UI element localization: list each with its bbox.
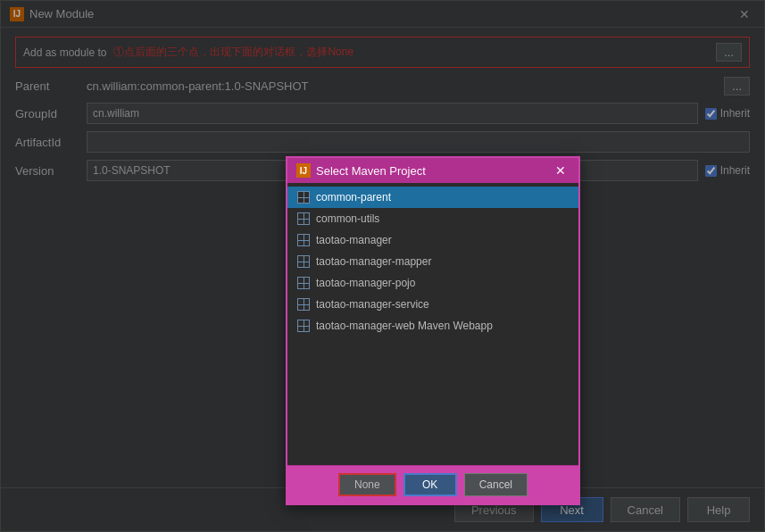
maven-dialog: IJ Select Maven Project ✕ — [286, 156, 580, 505]
maven-item-common-utils[interactable]: common-utils — [287, 208, 578, 229]
module-icon-3 — [296, 254, 311, 269]
maven-item-common-parent[interactable]: common-parent — [287, 187, 578, 208]
maven-close-button[interactable]: ✕ — [552, 164, 570, 177]
maven-title-left: IJ Select Maven Project — [296, 163, 426, 178]
maven-item-label-2: taotao-manager — [316, 234, 392, 246]
maven-item-label-5: taotao-manager-service — [316, 298, 429, 311]
maven-dialog-overlay: IJ Select Maven Project ✕ — [0, 0, 765, 532]
module-icon-0 — [296, 190, 311, 204]
maven-dialog-title: Select Maven Project — [316, 164, 426, 178]
maven-item-label-6: taotao-manager-web Maven Webapp — [316, 320, 493, 332]
module-icon-1 — [296, 212, 311, 226]
maven-dialog-footer: None OK Cancel — [287, 465, 578, 503]
maven-item-label-4: taotao-manager-pojo — [316, 277, 415, 289]
maven-item-label-1: common-utils — [316, 212, 379, 225]
maven-cancel-button[interactable]: Cancel — [464, 473, 528, 496]
maven-project-list: common-parent common-utils — [287, 183, 578, 465]
maven-item-taotao-service[interactable]: taotao-manager-service — [287, 294, 578, 315]
maven-item-taotao-pojo[interactable]: taotao-manager-pojo — [287, 272, 578, 294]
maven-item-taotao-manager[interactable]: taotao-manager — [287, 229, 578, 251]
maven-none-button[interactable]: None — [338, 473, 396, 496]
maven-title-bar: IJ Select Maven Project ✕ — [287, 158, 578, 183]
maven-ok-button[interactable]: OK — [403, 473, 457, 496]
module-icon-4 — [296, 276, 311, 290]
maven-item-taotao-web[interactable]: taotao-manager-web Maven Webapp — [287, 315, 578, 337]
module-icon-6 — [296, 319, 311, 333]
maven-list-empty-space — [287, 337, 578, 461]
module-icon-5 — [296, 297, 311, 312]
maven-item-label-0: common-parent — [316, 191, 391, 204]
maven-item-label-3: taotao-manager-mapper — [316, 255, 431, 268]
maven-dialog-icon: IJ — [296, 163, 311, 178]
module-icon-2 — [296, 233, 311, 247]
maven-item-taotao-mapper[interactable]: taotao-manager-mapper — [287, 251, 578, 272]
